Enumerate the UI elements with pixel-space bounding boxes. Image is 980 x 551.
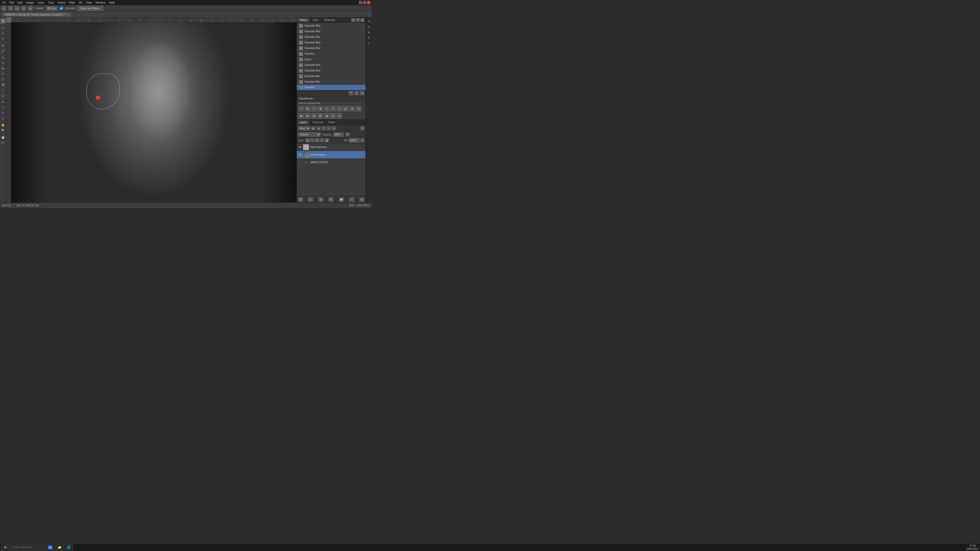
layer-filter-smart-icon[interactable]: ✦ [332,126,336,130]
ps-menu[interactable]: Ps [1,0,7,5]
quick-select-tool[interactable]: ⬡ [0,36,6,41]
adj-hsl-icon[interactable]: ⊙ [330,106,336,111]
panel-icon-2[interactable]: 📷 [356,18,360,22]
adj-colorbalance-icon[interactable]: ⬡ [337,106,342,111]
lasso-tool-icon[interactable]: ⊙ [2,6,6,11]
lock-artboard-btn[interactable]: ◻ [320,138,324,142]
clone-stamp-tool[interactable]: ⊕ [0,66,6,71]
layer-item-high-frequency[interactable]: 👁 high frequency [297,143,366,151]
canvas-content[interactable] [11,22,297,203]
move-tool[interactable]: ✥ [0,18,6,24]
eyedropper-tool[interactable]: 🖍 [0,48,6,53]
lock-all-btn[interactable]: 🔒 [325,138,329,142]
layer-link-icon[interactable]: 🔗 [298,197,303,202]
layer-fx-icon[interactable]: fx [308,197,313,202]
brush-tool[interactable]: ✏ [0,60,6,65]
layer-filter-adjust-icon[interactable]: ◑ [317,126,321,130]
history-item-9[interactable]: Gaussian Blur [297,68,366,73]
feather-input[interactable] [46,6,58,11]
view-menu[interactable]: View [84,0,94,5]
adj-curves-icon[interactable]: ∿ [311,106,317,111]
panel-icon-3[interactable]: 🗑 [360,18,364,22]
history-item-2[interactable]: Gaussian Blur [297,29,366,34]
lasso-intersect-icon[interactable]: ◻× [28,6,33,11]
adj-invert-icon[interactable]: ◪ [324,113,329,119]
history-item-10[interactable]: Gaussian Blur [297,73,366,79]
type-menu[interactable]: Type [46,0,56,5]
blur-tool[interactable]: ◌ [0,87,6,92]
tab-color[interactable]: Color [310,17,321,23]
fill-input[interactable] [349,138,360,143]
dodge-tool[interactable]: ◯ [0,93,6,98]
minimize-button[interactable]: — [359,1,363,4]
adj-posterize-icon[interactable]: ▦ [298,113,304,119]
3d-menu[interactable]: 3D [77,0,84,5]
hand-tool[interactable]: ✋ [0,122,6,127]
select-mask-button[interactable]: Select and Mask... [78,6,103,11]
shape-tool[interactable]: ▭ [0,116,6,121]
doc-tab-close[interactable]: ✕ [66,13,68,16]
history-item-8[interactable]: Gaussian Blur [297,62,366,68]
pen-tool[interactable]: ✒ [0,100,6,105]
panel-icon-1[interactable]: ⊞ [351,18,355,22]
healing-brush-tool[interactable]: ✦ [0,55,6,60]
canvas-area[interactable]: 8 9 10 11 12 13 14 15 16 17 18 19 20 21 … [6,17,297,203]
layer-filter-pixel-icon[interactable]: ▦ [311,126,315,130]
edit-menu[interactable]: Edit [16,0,24,5]
fill-settings-icon[interactable]: ⚙ [360,138,364,142]
history-item-12[interactable]: Deselect [297,85,366,90]
panel-vert-icon-4[interactable]: ¶ [366,41,371,46]
history-item-7[interactable]: Lasso [297,57,366,62]
layer-filter-shape-icon[interactable]: ▭ [327,126,331,130]
history-item-4[interactable]: Gaussian Blur [297,40,366,45]
history-item-11[interactable]: Gaussian Blur [297,79,366,85]
adj-levels-icon[interactable]: ▤ [305,106,310,111]
adj-photofilt-icon[interactable]: ◈ [349,106,355,111]
adj-selectcolor-icon[interactable]: ◩ [318,113,323,119]
layer-adjustment-icon[interactable]: ◐ [328,197,334,202]
adj-vibrance-icon[interactable]: ✦ [324,106,329,111]
layer-filter-toggle[interactable]: ⊙ [360,126,364,130]
layer-folder-icon[interactable]: 📁 [339,197,344,202]
adj-brightness-icon[interactable]: ☀ [298,106,304,111]
layer-mask-icon[interactable]: ◑ [318,197,323,202]
panel-vert-icon-3[interactable]: ◑ [366,30,371,35]
crop-tool[interactable]: ⊡ [0,43,6,48]
filter-menu[interactable]: Filter [67,0,76,5]
layer-delete-icon[interactable]: 🗑 [360,197,364,202]
history-delete[interactable]: 🗑 [360,91,364,95]
zoom-tool[interactable]: 🔍 [0,128,6,133]
marquee-tool[interactable]: ▭ [0,25,6,30]
history-new-snapshot[interactable]: 📷 [348,91,353,95]
layer-item-saved-photo[interactable]: 👁 ⊞ SAVED PHOTO [297,159,366,166]
history-item-3[interactable]: Gaussian Blur [297,34,366,40]
help-menu[interactable]: Help [107,0,116,5]
history-item-1[interactable]: Gaussian Blur [297,23,366,29]
adj-extra1-icon[interactable]: ⊟ [330,113,336,119]
adj-mixer-icon[interactable]: ⊞ [356,106,361,111]
layer-new-icon[interactable]: + [349,197,354,202]
type-tool[interactable]: T [0,105,6,110]
opacity-settings-icon[interactable]: ⚙ [345,132,350,137]
gradient-tool[interactable]: ▥ [0,82,6,87]
lock-pixels-btn[interactable]: ✏ [310,138,314,142]
panel-vert-icon-2[interactable]: ▤ [366,24,371,29]
doc-tab-item[interactable]: K8A0079-1.psd @ 66.7% (low frequency, Gr… [2,13,71,17]
tab-swatches[interactable]: Swatches [321,17,338,23]
panel-vert-icon-A[interactable]: A [366,35,371,40]
lasso-new-icon[interactable]: ◻ [8,6,13,11]
panel-vert-icon-1[interactable]: ⊞ [366,18,371,24]
tab-paths[interactable]: Paths [326,120,338,125]
lasso-subtract-icon[interactable]: ◻- [21,6,26,11]
lock-position-btn[interactable]: ✥ [315,138,319,142]
layers-kind-select[interactable]: Kind [298,126,310,130]
layer-filter-type-icon[interactable]: T [321,126,326,130]
foreground-color[interactable]: ◼ [0,135,6,140]
maximize-button[interactable]: □ [363,1,366,4]
select-menu[interactable]: Select [56,0,67,5]
anti-alias-checkbox[interactable] [60,6,63,10]
history-item-5[interactable]: Gaussian Blur [297,45,366,51]
history-new-document[interactable]: ⊞ [354,91,359,95]
lasso-add-icon[interactable]: ◻+ [15,6,19,11]
opacity-input[interactable] [333,132,344,137]
